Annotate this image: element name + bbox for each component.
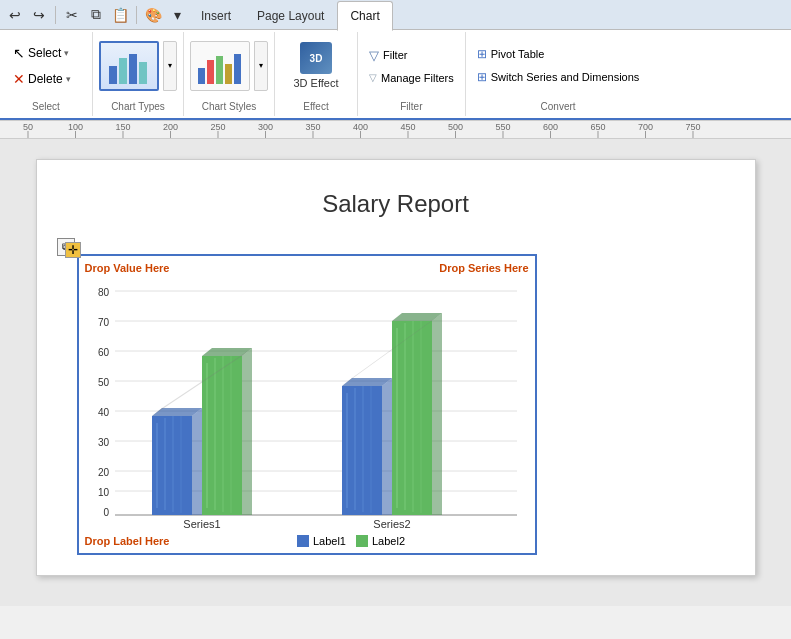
separator-2 xyxy=(136,6,137,24)
svg-text:0: 0 xyxy=(103,507,109,518)
legend-text-label1: Label1 xyxy=(313,535,346,547)
switch-series-button[interactable]: ⊞ Switch Series and Dimensions xyxy=(472,67,645,87)
filter-button[interactable]: ▽ Filter xyxy=(364,45,459,66)
dropdown-button[interactable]: ▾ xyxy=(166,4,188,26)
svg-rect-5 xyxy=(207,60,214,84)
svg-rect-0 xyxy=(109,66,117,84)
svg-text:50: 50 xyxy=(23,122,33,132)
svg-rect-7 xyxy=(225,64,232,84)
pivot-table-button[interactable]: ⊞ Pivot Table xyxy=(472,44,645,64)
legend-text-label2: Label2 xyxy=(372,535,405,547)
ribbon-group-effect: 3D 3D Effect Effect xyxy=(275,32,358,116)
copy-button[interactable]: ⧉ xyxy=(85,4,107,26)
svg-text:450: 450 xyxy=(400,122,415,132)
chart-style-preview[interactable] xyxy=(190,41,250,91)
convert-group-label: Convert xyxy=(472,97,645,112)
legend-color-label2 xyxy=(356,535,368,547)
chart-types-dropdown[interactable]: ▾ xyxy=(163,41,177,91)
chart-type-preview[interactable] xyxy=(99,41,159,91)
manage-filters-button[interactable]: ▽ Manage Filters xyxy=(364,69,459,87)
chart-styles-dropdown[interactable]: ▾ xyxy=(254,41,268,91)
svg-text:250: 250 xyxy=(210,122,225,132)
svg-marker-66 xyxy=(242,348,252,515)
svg-text:60: 60 xyxy=(97,347,109,358)
pivot-table-label: Pivot Table xyxy=(491,48,545,60)
legend-color-label1 xyxy=(297,535,309,547)
filter-content: ▽ Filter ▽ Manage Filters xyxy=(364,34,459,97)
filter-icon: ▽ xyxy=(369,48,379,63)
ribbon-group-convert: ⊞ Pivot Table ⊞ Switch Series and Dimens… xyxy=(466,32,651,116)
ribbon-group-select: ↖ Select ▾ ✕ Delete ▾ Select xyxy=(0,32,93,116)
select-group-label: Select xyxy=(6,97,86,112)
chart-header: Drop Value Here Drop Series Here xyxy=(85,262,529,274)
delete-label: Delete xyxy=(28,72,63,86)
svg-text:30: 30 xyxy=(97,437,109,448)
page: ⧉ Salary Report ✛ Drop Value Here Drop S… xyxy=(36,159,756,576)
pivot-table-icon: ⊞ xyxy=(477,47,487,61)
svg-rect-8 xyxy=(234,54,241,84)
undo-button[interactable]: ↩ xyxy=(4,4,26,26)
switch-series-label: Switch Series and Dimensions xyxy=(491,71,640,83)
chart-move-handle[interactable]: ✛ xyxy=(65,242,81,258)
switch-series-icon: ⊞ xyxy=(477,70,487,84)
chart-styles-content: ▾ xyxy=(190,34,268,97)
format-painter-button[interactable]: 🎨 xyxy=(142,4,164,26)
filter-row: ▽ Filter ▽ Manage Filters xyxy=(364,45,459,87)
svg-text:20: 20 xyxy=(97,467,109,478)
toolbar-icons: ↩ ↪ ✂ ⧉ 📋 🎨 ▾ xyxy=(4,4,188,26)
svg-marker-82 xyxy=(432,313,442,515)
svg-text:40: 40 xyxy=(97,407,109,418)
svg-text:600: 600 xyxy=(543,122,558,132)
effect-content: 3D 3D Effect xyxy=(281,34,351,97)
convert-content: ⊞ Pivot Table ⊞ Switch Series and Dimens… xyxy=(472,34,645,97)
paste-button[interactable]: 📋 xyxy=(109,4,131,26)
chart-styles-label: Chart Styles xyxy=(190,97,268,112)
chart-box[interactable]: Drop Value Here Drop Series Here 80 70 6… xyxy=(77,254,537,555)
toolbar: ↩ ↪ ✂ ⧉ 📋 🎨 ▾ Insert Page Layout Chart ↖… xyxy=(0,0,791,121)
svg-rect-6 xyxy=(216,56,223,84)
chart-style-svg xyxy=(195,46,245,86)
svg-text:70: 70 xyxy=(97,317,109,328)
svg-text:200: 200 xyxy=(163,122,178,132)
tab-page-layout[interactable]: Page Layout xyxy=(244,1,337,31)
legend-item-label1: Label1 xyxy=(297,535,346,547)
select-column: ↖ Select ▾ ✕ Delete ▾ xyxy=(6,41,86,91)
redo-button[interactable]: ↪ xyxy=(28,4,50,26)
svg-text:700: 700 xyxy=(638,122,653,132)
ribbon-group-filter: ▽ Filter ▽ Manage Filters Filter xyxy=(358,32,466,116)
delete-icon: ✕ xyxy=(13,71,25,87)
cut-button[interactable]: ✂ xyxy=(61,4,83,26)
select-arrow-icon: ↖ xyxy=(13,45,25,61)
svg-rect-1 xyxy=(119,58,127,84)
svg-text:10: 10 xyxy=(97,487,109,498)
manage-filters-label: Manage Filters xyxy=(381,72,454,84)
svg-rect-3 xyxy=(139,62,147,84)
select-button[interactable]: ↖ Select ▾ xyxy=(6,41,86,65)
tab-menu-bar: Insert Page Layout Chart xyxy=(188,0,393,30)
drop-series-label: Drop Series Here xyxy=(439,262,528,274)
delete-button[interactable]: ✕ Delete ▾ xyxy=(6,67,86,91)
tab-chart[interactable]: Chart xyxy=(337,1,392,31)
report-title: Salary Report xyxy=(57,180,735,228)
tab-bar: ↩ ↪ ✂ ⧉ 📋 🎨 ▾ Insert Page Layout Chart xyxy=(0,0,791,30)
svg-marker-59 xyxy=(192,408,202,515)
canvas-area[interactable]: ⧉ Salary Report ✛ Drop Value Here Drop S… xyxy=(0,139,791,606)
svg-text:650: 650 xyxy=(590,122,605,132)
effect-3d-button[interactable]: 3D 3D Effect xyxy=(281,38,351,93)
separator-1 xyxy=(55,6,56,24)
filter-group-label: Filter xyxy=(364,97,459,112)
drop-label-label: Drop Label Here xyxy=(85,535,170,547)
chart-svg: 80 70 60 50 40 30 20 10 0 xyxy=(85,278,529,528)
svg-marker-75 xyxy=(382,378,392,515)
ruler-svg: 5010015020025030035040045050055060065070… xyxy=(0,121,791,139)
svg-text:350: 350 xyxy=(305,122,320,132)
tab-insert[interactable]: Insert xyxy=(188,1,244,31)
select-group-content: ↖ Select ▾ ✕ Delete ▾ xyxy=(6,34,86,97)
effect-3d-icon: 3D xyxy=(300,42,332,74)
svg-text:300: 300 xyxy=(258,122,273,132)
effect-group-label: Effect xyxy=(281,97,351,112)
svg-text:550: 550 xyxy=(495,122,510,132)
select-dropdown-arrow: ▾ xyxy=(64,48,69,58)
filter-label: Filter xyxy=(383,49,407,61)
svg-rect-2 xyxy=(129,54,137,84)
